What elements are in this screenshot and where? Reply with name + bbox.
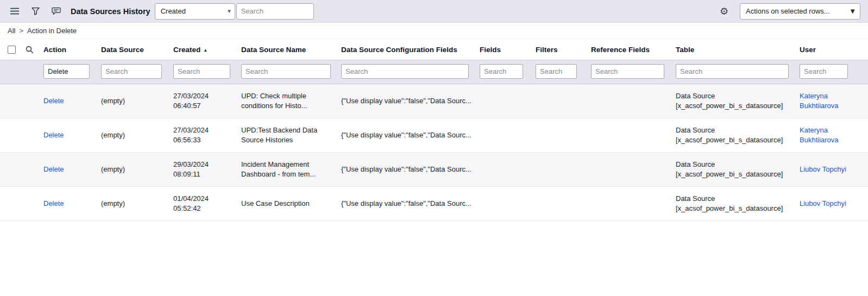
- filter-input-filters[interactable]: [536, 64, 577, 79]
- row-select-cell: [0, 186, 21, 221]
- filter-empty-cell: [0, 60, 21, 84]
- table-row: Delete (empty) 01/04/2024 05:52:42 Use C…: [0, 186, 868, 221]
- list-header-bar: Data Sources History Created ▾ ⚙ Actions…: [0, 0, 868, 23]
- action-link[interactable]: Delete: [43, 165, 64, 173]
- column-label: Data Source: [101, 46, 144, 54]
- breadcrumb-all[interactable]: All: [8, 27, 15, 35]
- filter-input-fields[interactable]: [480, 64, 523, 79]
- filter-input-reference-fields[interactable]: [591, 64, 664, 79]
- row-select-cell: [0, 84, 21, 118]
- list-search-input[interactable]: [236, 3, 314, 20]
- column-header-created[interactable]: Created▲: [170, 39, 238, 60]
- action-link[interactable]: Delete: [43, 97, 64, 105]
- table-name-cell: Data Source [x_acsof_power_bi_s_datasour…: [672, 84, 796, 118]
- column-header-data-source-name[interactable]: Data Source Name: [238, 39, 338, 60]
- column-header-reference-fields[interactable]: Reference Fields: [588, 39, 672, 60]
- column-search-cell: [21, 39, 40, 60]
- row-gap-cell: [21, 84, 40, 118]
- column-header-action[interactable]: Action: [40, 39, 98, 60]
- column-label: User: [800, 46, 816, 54]
- data-source-name-cell: UPD: Check multiple conditions for Histo…: [238, 84, 338, 118]
- column-label: Table: [676, 46, 694, 54]
- action-link[interactable]: Delete: [43, 199, 64, 207]
- column-label: Data Source Configuration Fields: [341, 46, 457, 54]
- data-source-cell: (empty): [98, 152, 170, 186]
- search-column-select[interactable]: Created ▾: [155, 3, 235, 20]
- user-link[interactable]: Liubov Topchyi: [800, 199, 846, 207]
- filter-empty-cell: [21, 60, 40, 84]
- fields-cell: [476, 186, 532, 221]
- column-label: Data Source Name: [241, 46, 306, 54]
- table-row: Delete (empty) 27/03/2024 06:40:57 UPD: …: [0, 84, 868, 118]
- row-gap-cell: [21, 152, 40, 186]
- reference-fields-cell: [588, 186, 672, 221]
- column-search-toggle[interactable]: [24, 44, 35, 55]
- fields-cell: [476, 118, 532, 152]
- config-fields-cell: {"Use display value":"false","Data Sourc…: [338, 118, 476, 152]
- select-all-checkbox[interactable]: [8, 46, 16, 54]
- filter-input-created[interactable]: [173, 64, 230, 79]
- data-source-name-cell: Use Case Description: [238, 186, 338, 221]
- settings-button[interactable]: ⚙: [717, 4, 731, 18]
- breadcrumb-separator: >: [19, 27, 23, 35]
- select-all-cell: [0, 39, 21, 60]
- column-label: Action: [43, 46, 66, 54]
- filter-button[interactable]: [28, 4, 42, 18]
- filters-cell: [532, 84, 588, 118]
- column-header-user[interactable]: User: [796, 39, 868, 60]
- search-column-value: Created: [161, 7, 186, 15]
- column-header-row: Action Data Source Created▲ Data Source …: [0, 39, 868, 60]
- breadcrumb-current[interactable]: Action in Delete: [27, 27, 77, 35]
- filter-icon: [32, 7, 40, 15]
- column-header-config-fields[interactable]: Data Source Configuration Fields: [338, 39, 476, 60]
- table-name-cell: Data Source [x_acsof_power_bi_s_datasour…: [672, 152, 796, 186]
- gear-icon: ⚙: [720, 7, 728, 16]
- created-cell: 01/04/2024 05:52:42: [170, 186, 238, 221]
- column-header-table[interactable]: Table: [672, 39, 796, 60]
- filter-input-data-source-name[interactable]: [241, 64, 331, 79]
- user-link[interactable]: Liubov Topchyi: [800, 165, 846, 173]
- menu-button[interactable]: [8, 4, 22, 18]
- table-name-cell: Data Source [x_acsof_power_bi_s_datasour…: [672, 118, 796, 152]
- page-title: Data Sources History: [71, 7, 150, 16]
- filter-input-table[interactable]: [676, 64, 789, 79]
- chevron-down-icon: ▾: [228, 8, 231, 15]
- column-label: Filters: [536, 46, 558, 54]
- chat-button[interactable]: [49, 4, 63, 18]
- search-icon: [26, 46, 34, 54]
- data-source-name-cell: Incident Management Dashboard - from tem…: [238, 152, 338, 186]
- fields-cell: [476, 152, 532, 186]
- created-cell: 29/03/2024 08:09:11: [170, 152, 238, 186]
- filters-cell: [532, 118, 588, 152]
- reference-fields-cell: [588, 152, 672, 186]
- column-label: Reference Fields: [591, 46, 650, 54]
- chat-icon: [52, 7, 61, 15]
- filter-row: [0, 60, 868, 84]
- table-row: Delete (empty) 27/03/2024 06:56:33 UPD:T…: [0, 118, 868, 152]
- menu-icon: [10, 8, 19, 15]
- row-select-cell: [0, 152, 21, 186]
- fields-cell: [476, 84, 532, 118]
- config-fields-cell: {"Use display value":"false","Data Sourc…: [338, 186, 476, 221]
- actions-dropdown-label: Actions on selected rows...: [746, 7, 830, 15]
- column-header-fields[interactable]: Fields: [476, 39, 532, 60]
- action-link[interactable]: Delete: [43, 131, 64, 139]
- filter-input-data-source[interactable]: [101, 64, 162, 79]
- filter-input-config-fields[interactable]: [341, 64, 469, 79]
- filters-cell: [532, 152, 588, 186]
- column-header-filters[interactable]: Filters: [532, 39, 588, 60]
- actions-dropdown[interactable]: Actions on selected rows... ▼: [740, 3, 860, 20]
- created-cell: 27/03/2024 06:56:33: [170, 118, 238, 152]
- reference-fields-cell: [588, 84, 672, 118]
- filter-input-action[interactable]: [43, 64, 90, 79]
- reference-fields-cell: [588, 118, 672, 152]
- user-link[interactable]: Kateryna Bukhtiiarova: [800, 92, 839, 110]
- created-cell: 27/03/2024 06:40:57: [170, 84, 238, 118]
- data-source-cell: (empty): [98, 186, 170, 221]
- user-link[interactable]: Kateryna Bukhtiiarova: [800, 126, 839, 144]
- config-fields-cell: {"Use display value":"false","Data Sourc…: [338, 152, 476, 186]
- config-fields-cell: {"Use display value":"false","Data Sourc…: [338, 84, 476, 118]
- column-header-data-source[interactable]: Data Source: [98, 39, 170, 60]
- filter-input-user[interactable]: [800, 64, 848, 79]
- filters-cell: [532, 186, 588, 221]
